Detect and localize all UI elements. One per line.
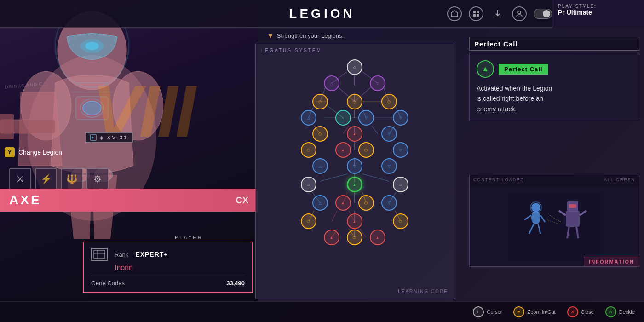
decide-label: Decide bbox=[619, 309, 635, 315]
preview-label-right: ALL GREEN bbox=[604, 178, 635, 182]
sv-icon: ◈ bbox=[90, 134, 97, 141]
legion-type-code: CX bbox=[236, 195, 248, 206]
svg-rect-20 bbox=[473, 11, 476, 13]
skill-node-25[interactable]: ⬡ bbox=[358, 195, 374, 211]
skill-node-18[interactable]: ▽ bbox=[347, 158, 362, 174]
skill-node-29[interactable]: ⬡ bbox=[393, 213, 408, 229]
svg-point-5 bbox=[85, 42, 99, 50]
change-legion-text: Change Legion bbox=[18, 149, 62, 156]
control-close: ✕ Close bbox=[567, 306, 594, 317]
legion-icon-4[interactable]: ⚙ bbox=[86, 168, 109, 190]
skill-node-23[interactable]: △ bbox=[312, 195, 328, 211]
skill-node-4[interactable]: ⬡ bbox=[347, 94, 362, 109]
a-button[interactable]: A bbox=[605, 306, 616, 317]
preview-label-row: CONTENT LOADED ALL GREEN bbox=[473, 178, 635, 182]
skill-node-3[interactable]: ⬡ bbox=[312, 94, 328, 109]
skill-node-30[interactable]: ▲ bbox=[324, 230, 339, 245]
svg-line-56 bbox=[362, 174, 389, 181]
control-decide: A Decide bbox=[605, 306, 635, 317]
skill-node-21[interactable]: ▲ bbox=[347, 177, 362, 192]
skill-node-32[interactable]: ▲ bbox=[370, 230, 385, 245]
sv-badge-text: ◈ SV-01 bbox=[99, 135, 128, 141]
preview-label-left: CONTENT LOADED bbox=[473, 178, 524, 182]
skill-node-12[interactable]: ▽ bbox=[381, 126, 397, 142]
legion-type-name: AXE bbox=[9, 193, 41, 207]
skill-node-26[interactable]: ▽ bbox=[381, 195, 397, 211]
play-style-box: PLAY STYLE: Pr Ultimate bbox=[552, 0, 644, 28]
skill-node-31[interactable]: ⬡ bbox=[347, 230, 362, 245]
player-name: Inorin bbox=[115, 264, 245, 272]
skill-node-6[interactable]: △ bbox=[301, 110, 316, 126]
legion-icons-row: ⚔ ⚡ 🔱 ⚙ bbox=[0, 168, 118, 190]
svg-rect-22 bbox=[473, 14, 476, 17]
legion-controls: Y Change Legion bbox=[5, 147, 62, 164]
skill-node-20[interactable]: ⌂ bbox=[301, 177, 316, 192]
header-person-icon[interactable] bbox=[512, 6, 527, 21]
skill-node-0[interactable]: ◇ bbox=[347, 59, 362, 75]
character-area: VIII DRINKS AND C... bbox=[0, 0, 258, 322]
info-panel: Perfect Call ▲ Perfect Call Activated wh… bbox=[465, 28, 644, 322]
skill-icon: ▲ bbox=[477, 60, 494, 78]
l-button[interactable]: L bbox=[473, 306, 484, 317]
skill-tree[interactable]: ◇△▽⬡⬡⬡△+▽▽⬡▲▽⬡▲⬡▽△▽▽⌂▲⌂△▲⬡▽⬡▲⬡▲⬡▲ bbox=[282, 58, 429, 283]
information-label: INFORMATION bbox=[584, 257, 639, 266]
skill-node-11[interactable]: ▲ bbox=[347, 126, 362, 142]
zoom-label: Zoom In/Out bbox=[527, 309, 555, 315]
header-toggle[interactable] bbox=[534, 9, 552, 19]
preview-box: CONTENT LOADED ALL GREEN bbox=[469, 175, 639, 267]
skill-node-9[interactable]: ▽ bbox=[393, 110, 408, 126]
bottom-bar: L Cursor B Zoom In/Out ✕ Close A Decide bbox=[0, 301, 644, 322]
y-button[interactable]: Y bbox=[5, 147, 15, 157]
preview-content bbox=[470, 187, 639, 266]
skill-node-28[interactable]: ▲ bbox=[347, 213, 362, 229]
sv-badge: ◈ ◈ SV-01 bbox=[85, 132, 133, 143]
skill-node-5[interactable]: ⬡ bbox=[381, 94, 397, 109]
close-button[interactable]: ✕ bbox=[567, 306, 578, 317]
subtitle-text: Strengthen your Legions. bbox=[277, 32, 344, 39]
skill-node-13[interactable]: ⬡ bbox=[301, 142, 316, 158]
play-style-label: PLAY STYLE: bbox=[558, 4, 638, 9]
perfect-call-desc: ▲ Perfect Call Activated when the Legion… bbox=[469, 53, 639, 121]
gene-codes-label: Gene Codes bbox=[91, 280, 125, 287]
svg-rect-76 bbox=[566, 211, 580, 227]
skill-node-15[interactable]: ⬡ bbox=[358, 142, 374, 158]
legion-icon-3[interactable]: 🔱 bbox=[61, 168, 83, 190]
gene-codes-value: 33,490 bbox=[226, 280, 245, 287]
rank-label: Rank bbox=[115, 251, 128, 258]
skill-node-17[interactable]: △ bbox=[312, 158, 328, 174]
header-icon-1[interactable] bbox=[447, 6, 462, 21]
skill-node-14[interactable]: ▲ bbox=[335, 142, 351, 158]
rank-icon bbox=[91, 248, 108, 261]
header-icon-2[interactable] bbox=[469, 6, 483, 21]
play-style-value: Pr Ultimate bbox=[558, 9, 638, 16]
skill-node-8[interactable]: ▽ bbox=[358, 110, 374, 126]
svg-rect-78 bbox=[569, 204, 576, 208]
legion-icon-1[interactable]: ⚔ bbox=[9, 168, 31, 190]
skill-node-16[interactable]: ▽ bbox=[393, 142, 408, 158]
close-label: Close bbox=[581, 309, 594, 315]
skill-name-badge: Perfect Call bbox=[499, 64, 548, 75]
skill-node-10[interactable]: ⬡ bbox=[312, 126, 328, 142]
svg-line-55 bbox=[320, 174, 347, 181]
b-button[interactable]: B bbox=[513, 306, 524, 317]
player-rank-row: Rank EXPERT+ bbox=[91, 248, 245, 261]
subtitle-arrow: ▼ bbox=[267, 32, 274, 40]
svg-rect-9 bbox=[0, 114, 14, 139]
skill-node-19[interactable]: ▽ bbox=[381, 158, 397, 174]
page-title: LEGION bbox=[289, 6, 355, 21]
skill-node-24[interactable]: ▲ bbox=[335, 195, 351, 211]
header-download-icon[interactable] bbox=[490, 6, 505, 21]
legatus-panel: LEGATUS SYSTEM bbox=[255, 44, 455, 299]
skill-node-7[interactable]: + bbox=[335, 110, 351, 126]
skill-node-27[interactable]: ⬡ bbox=[301, 213, 316, 229]
svg-line-48 bbox=[372, 126, 378, 134]
change-legion-btn[interactable]: Y Change Legion bbox=[5, 147, 62, 157]
header-bar: LEGION PLAY STYLE: Pr Ultimate bbox=[0, 0, 644, 28]
skill-node-1[interactable]: △ bbox=[324, 75, 339, 91]
skill-node-2[interactable]: ▽ bbox=[370, 75, 385, 91]
svg-line-63 bbox=[332, 211, 337, 221]
preview-animation-svg bbox=[508, 192, 600, 261]
skill-node-22[interactable]: ⌂ bbox=[393, 177, 408, 192]
legion-icon-2[interactable]: ⚡ bbox=[35, 168, 57, 190]
svg-point-25 bbox=[518, 11, 521, 14]
